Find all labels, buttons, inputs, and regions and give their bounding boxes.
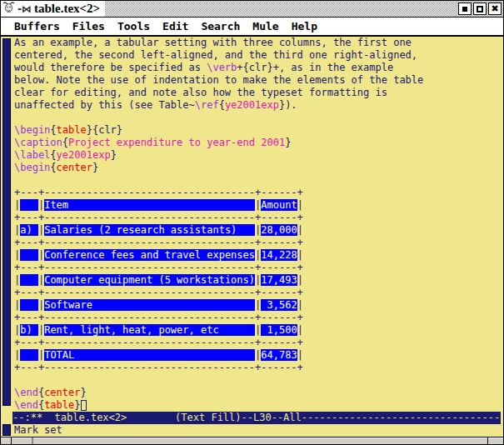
buffer-line: +---+-----------------------------------… [14,312,503,324]
title-bar[interactable]: -⋈ table.tex<2> ✖ [1,1,503,18]
mode-line: --:** table.tex<2> (Text Fill)--L30--All… [12,412,501,424]
buffer-line: | |Conference fees and travel expenses|1… [14,249,503,262]
title-icon-glyph: -⋈ [17,3,32,15]
bottom-strip-divider [487,438,488,444]
buffer-line: +---+-----------------------------------… [14,187,503,199]
minimize-button[interactable] [458,2,472,15]
buffer-line: \end{table} [14,399,503,412]
buffer-line: |a) |Salaries (2 research assistants) |2… [14,224,503,237]
bottom-status-strip [1,437,503,444]
buffer-line: \end{center} [14,387,503,399]
buffer-line: clear for editing, and note also how the… [14,87,503,99]
menu-item-tools[interactable]: Tools [117,20,150,32]
window-title: table.tex<2> [34,1,100,17]
minibuffer-row: Mark set [1,424,503,437]
buffer-line: | |TOTAL |64,783| [14,349,503,362]
bottom-strip-tick [32,438,33,444]
buffer-line [14,174,503,187]
menu-item-mule[interactable]: Mule [252,20,278,32]
buffer-line: +---+-----------------------------------… [14,237,503,249]
bottom-corner-box [1,438,12,444]
menu-item-search[interactable]: Search [201,20,240,32]
scrollbar-thumb[interactable] [2,38,11,406]
buffer-line: \caption{Project expenditure to year-end… [14,137,503,149]
buffer-line: +---+-----------------------------------… [14,337,503,349]
editor-area: As an example, a tabular setting with th… [1,37,503,424]
buffer-line: \begin{table}{clr} [14,124,503,137]
menu-item-buffers[interactable]: Buffers [14,20,60,32]
close-icon: ✖ [491,4,498,13]
maximize-button[interactable] [473,2,487,15]
buffer-line: \begin{center} [14,162,503,174]
buffer-line: below. Note the use of indentation to ma… [14,74,503,87]
left-scrollbar[interactable] [1,37,12,424]
buffer-line: unaffected by this (see Table~\ref{ye200… [14,99,503,112]
buffer-line: |b) |Rent, light, heat, power, etc | 1,5… [14,324,503,337]
buffer-line: +---+-----------------------------------… [14,262,503,274]
buffer-line: \label{ye2001exp} [14,149,503,162]
menu-item-files[interactable]: Files [72,20,105,32]
buffer-line: would therefore be specified as \verb+{c… [14,62,503,74]
buffer-line [14,112,503,124]
text-cursor [81,400,87,411]
emacs-window: -⋈ table.tex<2> ✖ BuffersFilesToolsEditS… [0,0,504,445]
buffer-line: | |Computer equipment (5 workstations)|1… [14,274,503,287]
minibuffer-scrollbar-thumb [2,424,11,436]
buffer-line: | |Software | 3,562| [14,299,503,312]
buffer-line: +---+-----------------------------------… [14,287,503,299]
minibuffer-scrollbar [1,424,12,437]
maximize-icon [477,6,483,12]
buffer-line: As an example, a tabular setting with th… [14,37,503,49]
buffer-line: | |Item |Amount| [14,199,503,212]
buffer-line [14,374,503,387]
close-button[interactable]: ✖ [488,2,502,15]
text-buffer[interactable]: As an example, a tabular setting with th… [12,37,503,412]
menu-bar: BuffersFilesToolsEditSearchMuleHelp [1,18,503,37]
titlebar-buttons: ✖ [458,2,502,15]
menu-item-edit[interactable]: Edit [162,20,188,32]
emacs-gnu-icon [2,1,15,17]
buffer-line: +---+-----------------------------------… [14,212,503,224]
buffer-line: +---+-----------------------------------… [14,362,503,374]
buffer-line: centered, the second left-aligned, and t… [14,49,503,62]
menu-item-help[interactable]: Help [292,20,317,32]
minibuffer-message[interactable]: Mark set [12,424,62,437]
minimize-icon [462,7,467,12]
title-patch: -⋈ table.tex<2> [1,1,105,17]
buffer-column: As an example, a tabular setting with th… [12,37,503,424]
